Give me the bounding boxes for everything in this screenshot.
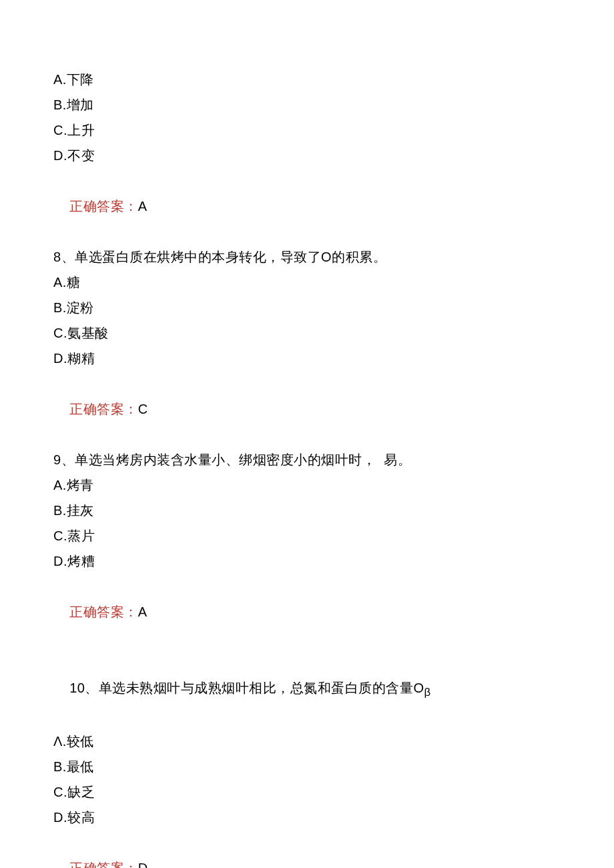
q7-option-c: C.上升 xyxy=(53,117,561,143)
q7-option-b: B.增加 xyxy=(53,92,561,117)
q7-option-d: D.不变 xyxy=(53,143,561,168)
q9-stem: 9、单选当烤房内装含水量小、绑烟密度小的烟叶时， 易。 xyxy=(53,447,561,472)
q9-option-c: C.蒸片 xyxy=(53,523,561,548)
q10-stem-sub: β xyxy=(424,686,431,699)
q10-answer: 正确答案：D xyxy=(53,830,561,868)
q9-option-a: A.烤青 xyxy=(53,472,561,498)
q9-answer-value: A xyxy=(138,604,147,619)
q8-answer-value: C xyxy=(138,402,148,416)
q7-answer: 正确答案：A xyxy=(53,168,561,244)
q10-option-d: D.较高 xyxy=(53,805,561,830)
q10-answer-value: D xyxy=(138,861,148,868)
q7-answer-value: A xyxy=(138,199,147,213)
q9-answer-label: 正确答案： xyxy=(69,604,138,619)
document-page: A.下降 B.增加 C.上升 D.不变 正确答案：A 8、单选蛋白质在烘烤中的本… xyxy=(0,0,614,868)
q9-option-d: D.烤糟 xyxy=(53,548,561,574)
q10-option-b: B.最低 xyxy=(53,754,561,779)
q8-option-d: D.糊精 xyxy=(53,346,561,371)
q8-stem: 8、单选蛋白质在烘烤中的本身转化，导致了O的积累。 xyxy=(53,244,561,270)
q8-answer-label: 正确答案： xyxy=(69,402,138,416)
q10-answer-label: 正确答案： xyxy=(69,861,138,868)
q8-answer: 正确答案：C xyxy=(53,371,561,447)
q10-stem-text: 10、单选未熟烟叶与成熟烟叶相比，总氮和蛋白质的含量O xyxy=(69,681,424,695)
q10-stem: 10、单选未熟烟叶与成熟烟叶相比，总氮和蛋白质的含量Oβ xyxy=(53,650,561,729)
q8-option-b: B.淀粉 xyxy=(53,295,561,320)
q10-option-c: C.缺乏 xyxy=(53,779,561,805)
q10-option-a: Λ.较低 xyxy=(53,729,561,754)
q7-option-a: A.下降 xyxy=(53,67,561,92)
q9-answer: 正确答案：A xyxy=(53,574,561,650)
q9-option-b: B.挂灰 xyxy=(53,498,561,523)
q8-option-c: C.氨基酸 xyxy=(53,320,561,346)
q7-answer-label: 正确答案： xyxy=(69,199,138,213)
q8-option-a: A.糖 xyxy=(53,270,561,295)
